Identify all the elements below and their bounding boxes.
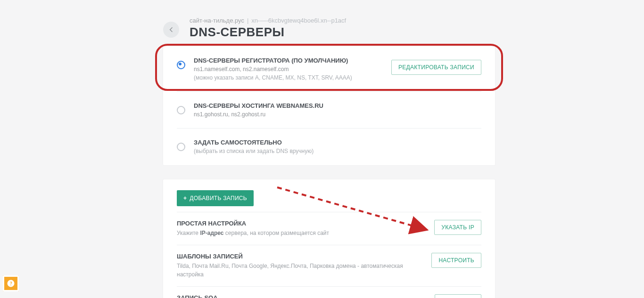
dns-option-hosting[interactable]: DNS-СЕРВЕРЫ ХОСТИНГА WEBNAMES.RU ns1.goh… [177,92,481,129]
separator: | [244,17,251,24]
dns-servers-card: DNS-СЕРВЕРЫ РЕГИСТРАТОРА (ПО УМОЛЧАНИЮ) … [163,46,495,165]
domain-line: сайт-на-тильде.рус|xn-----6kcbvgtewq4boe… [190,17,495,24]
record-body: ЗАПИСЬ SOA Обновить файл зоны без измене… [177,294,426,298]
record-soa: ЗАПИСЬ SOA Обновить файл зоны без измене… [177,286,481,298]
record-desc: Tilda, Почта Mail.Ru, Почта Google, Янде… [177,262,423,279]
record-title: ЗАПИСЬ SOA [177,294,426,298]
back-button[interactable] [163,22,179,38]
record-simple-setup: ПРОСТАЯ НАСТРОЙКА Укажите IP-адрес серве… [177,212,481,245]
help-icon [7,279,15,288]
dns-option-body: DNS-СЕРВЕРЫ РЕГИСТРАТОРА (ПО УМОЛЧАНИЮ) … [194,57,383,81]
radio-hosting[interactable] [177,106,185,114]
edit-records-button[interactable]: РЕДАКТИРОВАТЬ ЗАПИСИ [391,60,481,75]
dns-records-card: + ДОБАВИТЬ ЗАПИСЬ ПРОСТАЯ НАСТРОЙКА Укаж… [163,179,495,298]
dns-option-custom[interactable]: ЗАДАТЬ САМОСТОЯТЕЛЬНО (выбрать из списка… [177,129,481,165]
radio-registrar[interactable] [177,61,185,69]
dns-option-hint: (выбрать из списка или задать DNS вручну… [194,148,481,154]
record-body: ПРОСТАЯ НАСТРОЙКА Укажите IP-адрес серве… [177,220,426,237]
record-title: ПРОСТАЯ НАСТРОЙКА [177,220,426,227]
arrow-left-icon [167,26,175,33]
text: Укажите [177,230,200,236]
title-block: сайт-на-тильде.рус|xn-----6kcbvgtewq4boe… [190,17,495,40]
update-soa-button[interactable]: ОБНОВИТЬ [435,294,481,298]
text: сервера, на котором размещается сайт [224,230,330,236]
record-title: ШАБЛОНЫ ЗАПИСЕЙ [177,253,423,260]
text-bold: IP-адрес [200,230,223,236]
main-content: сайт-на-тильде.рус|xn-----6kcbvgtewq4boe… [163,17,495,298]
dns-option-body: DNS-СЕРВЕРЫ ХОСТИНГА WEBNAMES.RU ns1.goh… [194,102,481,118]
dns-option-title: DNS-СЕРВЕРЫ РЕГИСТРАТОРА (ПО УМОЛЧАНИЮ) [194,57,383,64]
dns-option-hint: (можно указать записи A, CNAME, MX, NS, … [194,74,383,81]
help-widget-button[interactable] [3,275,19,291]
dns-option-servers: ns1.gohost.ru, ns2.gohost.ru [194,111,481,118]
set-ip-button[interactable]: УКАЗАТЬ IP [434,220,481,235]
add-record-button[interactable]: + ДОБАВИТЬ ЗАПИСЬ [177,190,254,206]
dns-option-title: DNS-СЕРВЕРЫ ХОСТИНГА WEBNAMES.RU [194,102,481,109]
dns-option-registrar[interactable]: DNS-СЕРВЕРЫ РЕГИСТРАТОРА (ПО УМОЛЧАНИЮ) … [177,47,481,92]
page-title: DNS-СЕРВЕРЫ [190,25,495,40]
domain-punycode: xn-----6kcbvgtewq4boe6l.xn--p1acf [251,17,346,24]
plus-icon: + [183,195,187,201]
dns-option-title: ЗАДАТЬ САМОСТОЯТЕЛЬНО [194,139,481,146]
configure-templates-button[interactable]: НАСТРОИТЬ [431,253,481,268]
dns-option-servers: ns1.nameself.com, ns2.nameself.com [194,66,383,72]
page-header: сайт-на-тильде.рус|xn-----6kcbvgtewq4boe… [163,17,495,40]
add-record-label: ДОБАВИТЬ ЗАПИСЬ [190,195,247,201]
records-list: ПРОСТАЯ НАСТРОЙКА Укажите IP-адрес серве… [177,212,481,298]
page-root: сайт-на-тильде.рус|xn-----6kcbvgtewq4boe… [0,0,644,298]
record-body: ШАБЛОНЫ ЗАПИСЕЙ Tilda, Почта Mail.Ru, По… [177,253,423,279]
dns-option-body: ЗАДАТЬ САМОСТОЯТЕЛЬНО (выбрать из списка… [194,139,481,154]
record-templates: ШАБЛОНЫ ЗАПИСЕЙ Tilda, Почта Mail.Ru, По… [177,245,481,286]
radio-custom[interactable] [177,143,185,151]
record-desc: Укажите IP-адрес сервера, на котором раз… [177,229,426,237]
domain-display: сайт-на-тильде.рус [190,17,244,24]
